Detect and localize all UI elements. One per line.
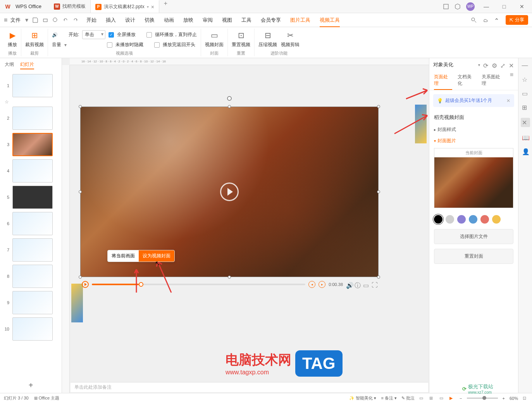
- resize-handle[interactable]: [377, 190, 380, 193]
- slide-item-1[interactable]: 1: [3, 74, 59, 97]
- gear-icon[interactable]: ⚙: [492, 62, 497, 67]
- beautify-button[interactable]: ✨ 智能美化 ▾: [349, 395, 376, 401]
- loop-checkbox[interactable]: [146, 32, 152, 38]
- compress-button[interactable]: ⊟ 压缩视频: [258, 31, 277, 48]
- tab-templates[interactable]: W 找稻壳模板: [49, 0, 91, 13]
- reset-video-button[interactable]: ⊡ 重置视频: [232, 31, 250, 48]
- rp-tab-doc[interactable]: 文档美化: [458, 71, 476, 90]
- menu-transition[interactable]: 切换: [145, 17, 155, 24]
- menu-review[interactable]: 审阅: [203, 17, 213, 24]
- save-icon[interactable]: [32, 17, 38, 23]
- video-cover-button[interactable]: ▭ 视频封面: [205, 31, 224, 48]
- cover-style-section[interactable]: 封面样式: [429, 124, 518, 135]
- share-button[interactable]: ⇱ 分享: [506, 15, 528, 25]
- resize-handle[interactable]: [228, 105, 231, 108]
- info-icon[interactable]: ⓘ: [355, 282, 360, 287]
- choose-file-button[interactable]: 选择图片文件: [434, 229, 513, 244]
- color-blue[interactable]: [469, 215, 477, 224]
- color-purple[interactable]: [457, 215, 466, 224]
- slide-item-9[interactable]: 9: [3, 291, 59, 314]
- annotate-button[interactable]: ✎ 批注: [401, 395, 415, 401]
- zoom-level[interactable]: 60%: [510, 396, 518, 401]
- tab-menu-icon[interactable]: ▾: [147, 5, 149, 9]
- st-minimize-icon[interactable]: —: [522, 62, 529, 69]
- search-icon[interactable]: [471, 17, 477, 23]
- vc-play-button[interactable]: [82, 281, 89, 288]
- cube-icon[interactable]: [455, 3, 461, 10]
- st-star-icon[interactable]: ☆: [522, 76, 529, 83]
- slide-item-7[interactable]: 7: [3, 238, 59, 262]
- user-avatar[interactable]: WP: [466, 2, 475, 11]
- canvas-area[interactable]: 16 · 14 · 12 · 10 · 8 · 6 · 4 · 2 · 0 · …: [62, 58, 429, 393]
- menu-animation[interactable]: 动画: [164, 17, 174, 24]
- print-icon[interactable]: [42, 17, 48, 23]
- st-book-icon[interactable]: 📖: [522, 134, 529, 141]
- menu-slideshow[interactable]: 放映: [183, 17, 193, 24]
- slide-item-6[interactable]: 6: [3, 212, 59, 235]
- resize-handle[interactable]: [79, 105, 82, 108]
- maximize-button[interactable]: □: [498, 3, 510, 10]
- theme-label[interactable]: ⊞ Office 主题: [34, 395, 60, 401]
- menu-start[interactable]: 开始: [86, 17, 96, 24]
- slide-item-10[interactable]: 10: [3, 317, 59, 341]
- notes-button[interactable]: ≡ 备注 ▾: [381, 395, 397, 401]
- hide-checkbox[interactable]: [107, 42, 112, 48]
- st-layers-icon[interactable]: ▭: [522, 90, 529, 97]
- st-settings-icon[interactable]: ✕: [521, 118, 530, 127]
- close-button[interactable]: ✕: [516, 3, 528, 10]
- video-seek-track[interactable]: [92, 284, 305, 285]
- color-gray[interactable]: [446, 215, 454, 224]
- tab-document[interactable]: P 演示文稿素材2.pptx ▾ ×: [91, 0, 159, 13]
- outline-tab[interactable]: 大纲: [5, 61, 14, 69]
- trim-video-button[interactable]: ⊞ 裁剪视频: [25, 31, 44, 48]
- menu-insert[interactable]: 插入: [106, 17, 116, 24]
- zoom-in-button[interactable]: +: [503, 396, 505, 401]
- file-dropdown-icon[interactable]: ▾: [25, 16, 28, 24]
- slide-item-2[interactable]: 2: [3, 107, 59, 130]
- menu-member[interactable]: 会员专享: [261, 17, 281, 24]
- expand-icon[interactable]: ⌃: [494, 17, 500, 23]
- refresh-icon[interactable]: ⟳: [483, 62, 489, 67]
- canvas-content[interactable]: 将当前画面 设为视频封面 ↖ ◂ ▸ 0:00.38 🔊 ⓘ ▭ ⛶: [71, 66, 428, 392]
- zoom-slider[interactable]: [467, 398, 498, 399]
- file-menu[interactable]: 文件: [10, 17, 21, 24]
- color-yellow[interactable]: [492, 215, 501, 224]
- rewind-checkbox[interactable]: [154, 42, 160, 48]
- rp-dropdown-icon[interactable]: ▾: [478, 63, 480, 67]
- close-icon[interactable]: ✕: [509, 62, 514, 67]
- banner-close-icon[interactable]: ✕: [506, 98, 510, 103]
- undo-icon[interactable]: [62, 17, 69, 23]
- volume-icon[interactable]: 🔊: [346, 282, 351, 287]
- resize-handle[interactable]: [228, 276, 231, 279]
- rp-more-icon[interactable]: ≡: [510, 71, 513, 90]
- rp-tab-relation[interactable]: 关系图处理: [482, 71, 504, 90]
- notes-bar[interactable]: 单击此处添加备注: [71, 382, 428, 392]
- volume-icon[interactable]: 🔊: [52, 32, 58, 38]
- menu-image-tools[interactable]: 图片工具: [290, 17, 310, 24]
- color-red[interactable]: [480, 215, 489, 224]
- preview-icon[interactable]: [52, 17, 59, 23]
- zoom-out-button[interactable]: −: [460, 396, 462, 401]
- resize-handle[interactable]: [377, 105, 380, 108]
- slide-item-4[interactable]: 4: [3, 159, 59, 183]
- resize-handle[interactable]: [79, 190, 82, 193]
- settings-icon[interactable]: ▭: [363, 282, 368, 287]
- volume-dropdown-icon[interactable]: ▾: [64, 42, 67, 48]
- fit-icon[interactable]: ⊡: [523, 396, 528, 401]
- slide-item-5[interactable]: 5: [3, 186, 59, 209]
- slides-list[interactable]: 1 ☆ 2 3 4 5 6 7 8 9 10: [0, 72, 62, 378]
- view-sorter-icon[interactable]: ⊞: [429, 396, 435, 401]
- play-overlay-button[interactable]: [220, 183, 239, 201]
- menu-tools[interactable]: 工具: [241, 17, 251, 24]
- minimize-button[interactable]: —: [480, 3, 492, 10]
- reader-icon[interactable]: [443, 3, 449, 10]
- cover-image-section[interactable]: 封面图片: [429, 135, 518, 146]
- resize-handle[interactable]: [79, 276, 82, 279]
- menu-video-tools[interactable]: 视频工具: [320, 17, 340, 24]
- pin-icon[interactable]: ⤢: [500, 62, 506, 67]
- add-slide-button[interactable]: +: [0, 378, 62, 393]
- close-icon[interactable]: ×: [151, 4, 154, 10]
- skip-forward-button[interactable]: ▸: [319, 281, 325, 288]
- menu-design[interactable]: 设计: [125, 17, 135, 24]
- fullscreen-icon[interactable]: ⛶: [372, 282, 377, 287]
